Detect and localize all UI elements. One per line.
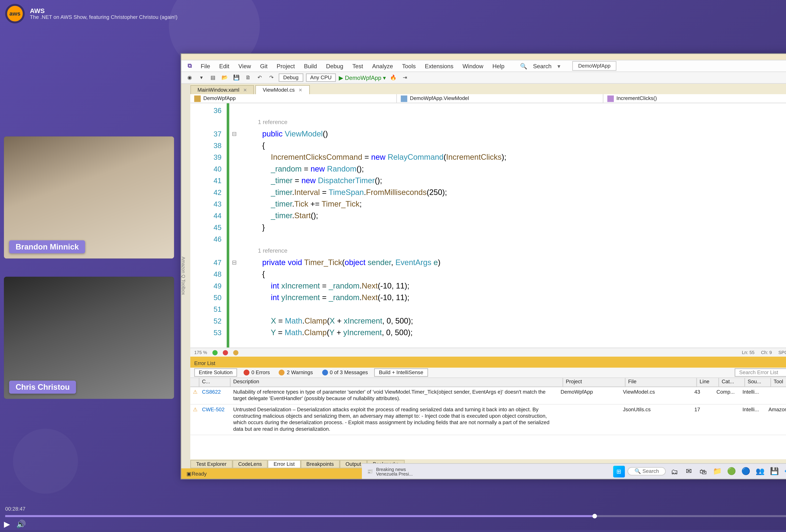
bottom-tab-breakpoints[interactable]: Breakpoints (301, 460, 340, 468)
error-scope-dropdown[interactable]: Entire Solution (194, 368, 237, 377)
tab-ViewModel.cs[interactable]: ViewModel.cs✕ (256, 85, 310, 94)
error-row[interactable]: ⚠ CS8622 Nullability of reference types … (190, 387, 786, 405)
taskbar-teams-icon[interactable]: 👥 (755, 465, 766, 477)
code-editor[interactable]: 363738394041424344454647484950515253 ⊟⊟ … (190, 103, 786, 348)
menu-git[interactable]: Git (256, 61, 272, 70)
status-indicator-icon: ▣ (186, 471, 192, 477)
presenter-webcam-2: Chris Christou AWS Software Engineer | @… (4, 277, 174, 399)
taskbar-vscode-icon[interactable]: 🔷 (783, 465, 786, 477)
menu-file[interactable]: File (197, 61, 214, 70)
messages-filter[interactable]: 0 of 3 Messages (319, 369, 371, 376)
taskbar-save-icon[interactable]: 💾 (769, 465, 780, 477)
taskbar-edge-icon[interactable]: 🔵 (740, 465, 752, 477)
indent-mode[interactable]: SPC (778, 350, 786, 355)
news-subline: Venezuela Presi... (376, 471, 413, 476)
error-search[interactable]: Search Error List (735, 368, 786, 377)
step-icon[interactable]: ⇥ (400, 73, 410, 82)
editor-statusbar: 175 % Ln: 55 Ch: 9 SPC CRLF (190, 348, 786, 357)
aws-logo-icon: aws (5, 4, 25, 23)
build-filter-dropdown[interactable]: Build + IntelliSense (374, 368, 428, 377)
nav-class[interactable]: DemoWpfApp.ViewModel (397, 94, 603, 103)
warnings-filter[interactable]: 2 Warnings (276, 369, 316, 376)
taskbar-outlook-icon[interactable]: ✉ (683, 465, 694, 477)
play-icon[interactable]: ▶ (4, 520, 10, 529)
cursor-col: Ch: 9 (761, 350, 772, 355)
menu-window[interactable]: Window (459, 61, 487, 70)
nav-scope[interactable]: DemoWpfApp (190, 94, 397, 103)
close-tab-icon[interactable]: ✕ (243, 88, 247, 92)
menu-help[interactable]: Help (489, 61, 508, 70)
visual-studio-window: — ▢ ✕ ⧉ FileEditViewGitProjectBuildDebug… (181, 53, 786, 480)
cursor-line: Ln: 55 (742, 350, 755, 355)
platform-dropdown[interactable]: Any CPU (306, 73, 336, 82)
menu-build[interactable]: Build (300, 61, 321, 70)
save-icon[interactable]: 💾 (232, 73, 241, 82)
nav-fwd-icon[interactable]: ▾ (197, 73, 206, 82)
left-toolbox-gutter[interactable]: Amazon Q Toolbox (181, 84, 190, 468)
close-tab-icon[interactable]: ✕ (299, 88, 302, 92)
error-list-panel: Error List ▾ ⚑ ✕ Entire Solution 0 Error… (190, 356, 786, 459)
taskbar-explorer-icon[interactable]: 🗂 (669, 465, 680, 477)
status-ready: Ready (192, 471, 207, 477)
error-list-title: Error List (194, 360, 215, 366)
menu-extensions[interactable]: Extensions (421, 61, 458, 70)
taskbar-chrome-icon[interactable]: 🟢 (726, 465, 737, 477)
tab-MainWindow.xaml[interactable]: MainWindow.xaml✕ (190, 85, 254, 94)
windows-taskbar: 📰 Breaking news Venezuela Presi... ⊞🔍 Se… (362, 463, 786, 479)
editor-tabs: MainWindow.xaml✕ViewModel.cs✕ (190, 84, 786, 94)
presenter-1-name: Brandon Minnick (9, 240, 85, 253)
time-elapsed: 00:28:47 (5, 506, 25, 512)
new-icon[interactable]: ▤ (208, 73, 217, 82)
vs-titlebar[interactable]: — ▢ ✕ (181, 54, 786, 60)
vs-project-dropdown[interactable]: DemoWpfApp (572, 61, 616, 71)
warning-icon: ⚠ (193, 389, 202, 395)
status-dot-red (223, 350, 228, 355)
channel-watermark[interactable]: aws AWS The .NET on AWS Show, featuring … (5, 4, 178, 23)
taskbar-search[interactable]: 🔍 Search (627, 467, 666, 476)
menu-test[interactable]: Test (348, 61, 367, 70)
config-dropdown[interactable]: Debug (279, 73, 303, 82)
error-row[interactable]: ⚠ CWE-502 Untrusted Deserialization – De… (190, 404, 786, 435)
menu-edit[interactable]: Edit (215, 61, 233, 70)
news-headline: Breaking news (376, 467, 413, 471)
status-dot-green (212, 350, 217, 355)
taskbar-store-icon[interactable]: 🛍 (697, 465, 709, 477)
redo-icon[interactable]: ↷ (267, 73, 276, 82)
menu-debug[interactable]: Debug (322, 61, 347, 70)
channel-name: AWS (30, 7, 178, 14)
vs-search[interactable]: 🔍 Search ▾ (516, 60, 564, 72)
presenter-webcam-1: Brandon Minnick .NET Developer Advocate … (4, 136, 174, 259)
vs-menubar: ⧉ FileEditViewGitProjectBuildDebugTestAn… (181, 60, 786, 72)
bottom-tab-test-explorer[interactable]: Test Explorer (190, 460, 232, 468)
video-player-controls: 00:28:47 00:45:56 ▶ 🔊 ⚙ ▭ ⛶ (0, 508, 786, 530)
bottom-tab-codelens[interactable]: CodeLens (232, 460, 268, 468)
errors-filter[interactable]: 0 Errors (241, 369, 272, 376)
hotreload-icon[interactable]: 🔥 (389, 73, 398, 82)
undo-icon[interactable]: ↶ (255, 73, 264, 82)
run-button[interactable]: ▶ DemoWpfApp ▾ (339, 74, 386, 81)
error-columns: C...DescriptionProjectFileLineCat...Sou.… (190, 378, 786, 387)
vs-toolbar: ◉ ▾ ▤ 📂 💾 🗎 ↶ ↷ Debug Any CPU ▶ DemoWpfA… (181, 72, 786, 84)
open-icon[interactable]: 📂 (220, 73, 229, 82)
menu-project[interactable]: Project (273, 61, 299, 70)
menu-tools[interactable]: Tools (398, 61, 420, 70)
presenter-2-name: Chris Christou (9, 380, 76, 394)
video-title: The .NET on AWS Show, featuring Christop… (30, 14, 178, 20)
start-button[interactable]: ⊞ (613, 465, 625, 477)
nav-back-icon[interactable]: ◉ (185, 73, 194, 82)
news-icon: 📰 (367, 469, 373, 474)
saveall-icon[interactable]: 🗎 (244, 73, 253, 82)
volume-icon[interactable]: 🔊 (16, 520, 26, 529)
zoom-level[interactable]: 175 % (194, 350, 207, 355)
bottom-tab-error-list[interactable]: Error List (268, 460, 300, 468)
vs-logo-icon: ⧉ (184, 61, 195, 71)
editor-nav-dropdowns: DemoWpfApp DemoWpfApp.ViewModel Incremen… (190, 94, 786, 103)
nav-member[interactable]: IncrementClicks() (603, 94, 786, 103)
taskbar-folder-icon[interactable]: 📁 (712, 465, 723, 477)
status-dot-yellow (233, 350, 238, 355)
menu-view[interactable]: View (234, 61, 255, 70)
menu-analyze[interactable]: Analyze (368, 61, 397, 70)
bg-blob (13, 429, 78, 494)
taskbar-news-widget[interactable]: 📰 Breaking news Venezuela Presi... (367, 467, 413, 476)
seek-bar[interactable] (5, 515, 786, 517)
